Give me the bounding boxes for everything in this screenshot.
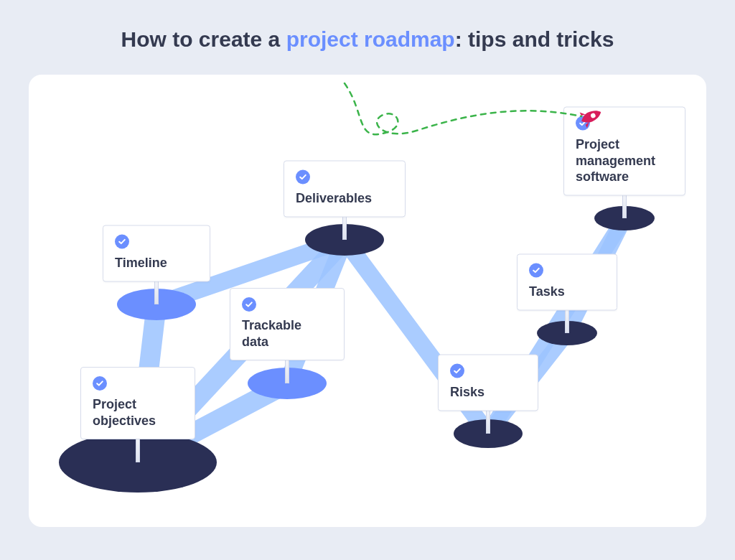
rocket-trail [29, 75, 706, 527]
title-post: : tips and tricks [455, 27, 614, 51]
rocket-trail-path [345, 83, 581, 134]
diagram-canvas: Project objectivesTimelineTrackable data… [29, 75, 706, 527]
page-title: How to create a project roadmap: tips an… [0, 0, 735, 66]
title-accent: project roadmap [286, 27, 455, 51]
title-pre: How to create a [121, 27, 286, 51]
